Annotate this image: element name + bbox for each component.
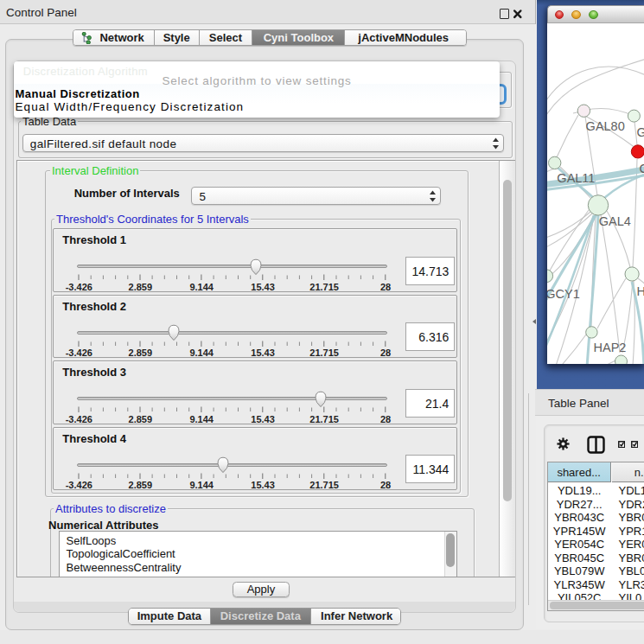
svg-text:GAL11: GAL11 (557, 171, 595, 185)
svg-text:H: H (636, 285, 644, 299)
svg-text:GCY1: GCY1 (547, 287, 580, 301)
svg-text:G.: G. (636, 125, 644, 139)
svg-text:GAL4: GAL4 (598, 215, 630, 229)
svg-text:HAP2: HAP2 (593, 341, 626, 355)
svg-text:GAL80: GAL80 (585, 119, 624, 133)
svg-text:C: C (639, 162, 644, 175)
